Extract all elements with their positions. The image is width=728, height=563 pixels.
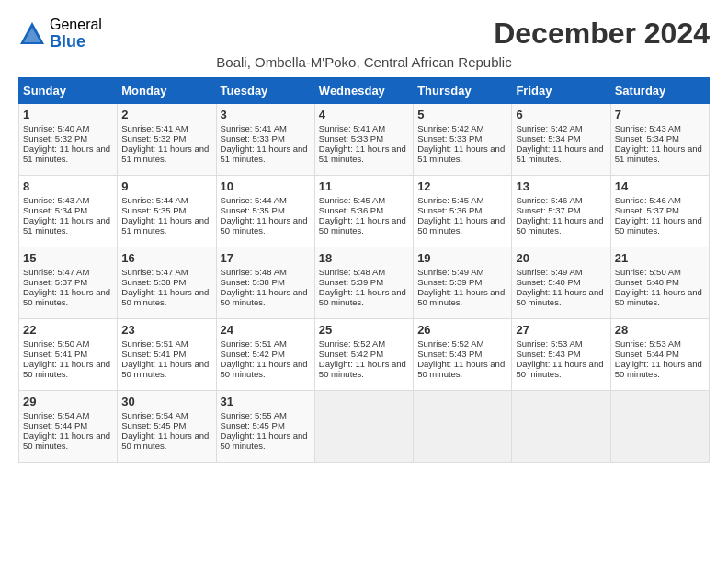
daylight-label: Daylight: 11 hours and 50 minutes.: [23, 287, 110, 307]
calendar-week-row: 29Sunrise: 5:54 AMSunset: 5:44 PMDayligh…: [19, 391, 710, 463]
day-number: 21: [615, 251, 705, 265]
sunrise-label: Sunrise: 5:44 AM: [221, 195, 287, 205]
sunrise-label: Sunrise: 5:45 AM: [319, 195, 385, 205]
sunrise-label: Sunrise: 5:47 AM: [23, 267, 89, 277]
daylight-label: Daylight: 11 hours and 50 minutes.: [516, 215, 603, 236]
daylight-label: Daylight: 11 hours and 50 minutes.: [23, 431, 110, 451]
calendar-cell: 6Sunrise: 5:42 AMSunset: 5:34 PMDaylight…: [512, 104, 610, 176]
sunrise-label: Sunrise: 5:48 AM: [221, 267, 287, 277]
calendar-week-row: 22Sunrise: 5:50 AMSunset: 5:41 PMDayligh…: [19, 319, 710, 391]
day-number: 14: [615, 179, 705, 193]
col-tuesday: Tuesday: [216, 78, 314, 104]
sunrise-label: Sunrise: 5:47 AM: [121, 267, 188, 277]
day-number: 7: [615, 108, 705, 121]
calendar-cell: 23Sunrise: 5:51 AMSunset: 5:41 PMDayligh…: [118, 319, 216, 391]
daylight-label: Daylight: 11 hours and 51 minutes.: [615, 144, 702, 164]
sunset-label: Sunset: 5:37 PM: [23, 277, 87, 287]
sunrise-label: Sunrise: 5:44 AM: [121, 195, 188, 205]
daylight-label: Daylight: 11 hours and 51 minutes.: [516, 144, 603, 164]
sunset-label: Sunset: 5:35 PM: [221, 205, 285, 215]
day-number: 17: [221, 251, 311, 265]
daylight-label: Daylight: 11 hours and 50 minutes.: [221, 359, 308, 379]
sunset-label: Sunset: 5:39 PM: [319, 277, 383, 287]
sunset-label: Sunset: 5:34 PM: [615, 133, 679, 144]
calendar-cell: 5Sunrise: 5:42 AMSunset: 5:33 PMDaylight…: [414, 104, 512, 176]
sunrise-label: Sunrise: 5:53 AM: [615, 339, 681, 349]
daylight-label: Daylight: 11 hours and 50 minutes.: [319, 215, 406, 236]
calendar-cell: 13Sunrise: 5:46 AMSunset: 5:37 PMDayligh…: [512, 176, 610, 247]
calendar-week-row: 8Sunrise: 5:43 AMSunset: 5:34 PMDaylight…: [19, 176, 710, 247]
day-number: 20: [516, 251, 606, 265]
calendar-cell: [610, 391, 709, 463]
day-number: 23: [121, 323, 211, 337]
sunrise-label: Sunrise: 5:52 AM: [417, 339, 483, 349]
day-number: 6: [516, 108, 606, 121]
sunrise-label: Sunrise: 5:42 AM: [516, 123, 582, 133]
sunset-label: Sunset: 5:39 PM: [417, 277, 482, 287]
daylight-label: Daylight: 11 hours and 50 minutes.: [221, 287, 308, 307]
col-friday: Friday: [512, 78, 610, 104]
daylight-label: Daylight: 11 hours and 51 minutes.: [23, 144, 110, 164]
sunset-label: Sunset: 5:34 PM: [23, 205, 87, 215]
sunrise-label: Sunrise: 5:40 AM: [23, 123, 89, 133]
sunset-label: Sunset: 5:44 PM: [23, 420, 87, 431]
sunrise-label: Sunrise: 5:46 AM: [615, 195, 681, 205]
calendar-table: Sunday Monday Tuesday Wednesday Thursday…: [18, 77, 710, 463]
sunrise-label: Sunrise: 5:51 AM: [221, 339, 287, 349]
sunrise-label: Sunrise: 5:48 AM: [319, 267, 385, 277]
sunset-label: Sunset: 5:40 PM: [615, 277, 679, 287]
day-number: 18: [319, 251, 409, 265]
sunset-label: Sunset: 5:43 PM: [516, 349, 580, 359]
header: General Blue December 2024: [18, 17, 710, 51]
month-title: December 2024: [494, 17, 710, 51]
calendar-cell: 26Sunrise: 5:52 AMSunset: 5:43 PMDayligh…: [414, 319, 512, 391]
calendar-cell: 7Sunrise: 5:43 AMSunset: 5:34 PMDaylight…: [610, 104, 709, 176]
calendar-cell: 19Sunrise: 5:49 AMSunset: 5:39 PMDayligh…: [414, 247, 512, 319]
day-number: 19: [417, 251, 507, 265]
sunset-label: Sunset: 5:33 PM: [417, 133, 482, 144]
daylight-label: Daylight: 11 hours and 50 minutes.: [417, 359, 505, 379]
sunset-label: Sunset: 5:34 PM: [516, 133, 580, 144]
sunrise-label: Sunrise: 5:50 AM: [23, 339, 89, 349]
daylight-label: Daylight: 11 hours and 50 minutes.: [615, 359, 702, 379]
sunrise-label: Sunrise: 5:43 AM: [23, 195, 89, 205]
calendar-cell: 16Sunrise: 5:47 AMSunset: 5:38 PMDayligh…: [118, 247, 216, 319]
sunrise-label: Sunrise: 5:41 AM: [221, 123, 287, 133]
sunrise-label: Sunrise: 5:43 AM: [615, 123, 681, 133]
sunrise-label: Sunrise: 5:42 AM: [417, 123, 483, 133]
sunset-label: Sunset: 5:41 PM: [121, 349, 186, 359]
calendar-cell: 10Sunrise: 5:44 AMSunset: 5:35 PMDayligh…: [216, 176, 314, 247]
calendar-cell: [314, 391, 413, 463]
logo-icon: [18, 20, 46, 48]
sunrise-label: Sunrise: 5:41 AM: [121, 123, 188, 133]
calendar-cell: [414, 391, 512, 463]
calendar-cell: 2Sunrise: 5:41 AMSunset: 5:32 PMDaylight…: [118, 104, 216, 176]
sunset-label: Sunset: 5:36 PM: [319, 205, 383, 215]
calendar-cell: [512, 391, 610, 463]
sunrise-label: Sunrise: 5:54 AM: [121, 410, 188, 420]
day-number: 22: [23, 323, 113, 337]
day-number: 24: [221, 323, 311, 337]
calendar-cell: 22Sunrise: 5:50 AMSunset: 5:41 PMDayligh…: [19, 319, 118, 391]
day-number: 25: [319, 323, 409, 337]
calendar-cell: 1Sunrise: 5:40 AMSunset: 5:32 PMDaylight…: [19, 104, 118, 176]
calendar-cell: 17Sunrise: 5:48 AMSunset: 5:38 PMDayligh…: [216, 247, 314, 319]
sunset-label: Sunset: 5:40 PM: [516, 277, 580, 287]
calendar-cell: 9Sunrise: 5:44 AMSunset: 5:35 PMDaylight…: [118, 176, 216, 247]
sunset-label: Sunset: 5:42 PM: [221, 349, 285, 359]
col-thursday: Thursday: [414, 78, 512, 104]
calendar-cell: 30Sunrise: 5:54 AMSunset: 5:45 PMDayligh…: [118, 391, 216, 463]
day-number: 3: [221, 108, 311, 121]
day-number: 9: [121, 179, 211, 193]
day-number: 31: [221, 395, 311, 408]
sunrise-label: Sunrise: 5:52 AM: [319, 339, 385, 349]
day-number: 26: [417, 323, 507, 337]
daylight-label: Daylight: 11 hours and 50 minutes.: [417, 215, 505, 236]
sunset-label: Sunset: 5:45 PM: [121, 420, 186, 431]
daylight-label: Daylight: 11 hours and 50 minutes.: [121, 359, 209, 379]
daylight-label: Daylight: 11 hours and 50 minutes.: [121, 431, 209, 451]
sunset-label: Sunset: 5:32 PM: [121, 133, 186, 144]
calendar-cell: 3Sunrise: 5:41 AMSunset: 5:33 PMDaylight…: [216, 104, 314, 176]
day-number: 29: [23, 395, 113, 408]
sunrise-label: Sunrise: 5:55 AM: [221, 410, 287, 420]
